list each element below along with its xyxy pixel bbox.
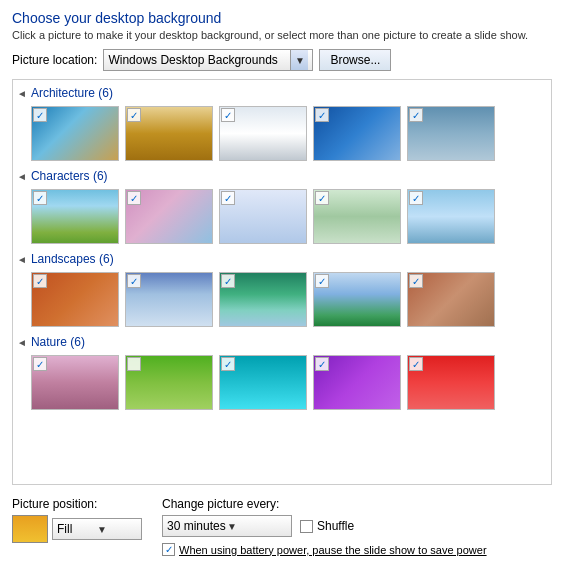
page-title: Choose your desktop background (12, 10, 552, 26)
interval-dropdown-value: 30 minutes (167, 519, 227, 533)
thumbnail-checkbox-land3[interactable]: ✓ (221, 274, 235, 288)
thumbnail-char2[interactable]: ✓ (125, 189, 213, 244)
thumbnail-checkbox-char4[interactable]: ✓ (315, 191, 329, 205)
thumbnail-checkbox-char1[interactable]: ✓ (33, 191, 47, 205)
battery-label: When using battery power, pause the slid… (179, 544, 487, 556)
picture-location-row: Picture location: Windows Desktop Backgr… (12, 49, 552, 71)
category-arrow-icon: ◄ (17, 254, 27, 265)
change-picture-section: Change picture every: 30 minutes ▼ Shuff… (162, 497, 487, 556)
category-label: Landscapes (6) (31, 252, 114, 266)
thumbnail-char3[interactable]: ✓ (219, 189, 307, 244)
category-label: Architecture (6) (31, 86, 113, 100)
thumbnails-row-landscapes: ✓✓✓✓✓ (17, 272, 547, 327)
dropdown-arrow-icon: ▼ (290, 50, 308, 70)
category-arrow-icon: ◄ (17, 171, 27, 182)
thumbnail-checkbox-char3[interactable]: ✓ (221, 191, 235, 205)
thumbnail-char5[interactable]: ✓ (407, 189, 495, 244)
category-header-characters[interactable]: ◄Characters (6) (17, 167, 547, 185)
thumbnail-checkbox-nat3[interactable]: ✓ (221, 357, 235, 371)
thumbnail-nat3[interactable]: ✓ (219, 355, 307, 410)
thumbnail-char1[interactable]: ✓ (31, 189, 119, 244)
category-header-architecture[interactable]: ◄Architecture (6) (17, 84, 547, 102)
position-selector: Fill ▼ (12, 515, 142, 543)
thumbnails-row-architecture: ✓✓✓✓✓ (17, 106, 547, 161)
thumbnail-checkbox-land5[interactable]: ✓ (409, 274, 423, 288)
thumbnails-row-nature: ✓✓✓✓ (17, 355, 547, 410)
thumbnails-row-characters: ✓✓✓✓✓ (17, 189, 547, 244)
thumbnail-checkbox-nat4[interactable]: ✓ (315, 357, 329, 371)
thumbnail-arch2[interactable]: ✓ (125, 106, 213, 161)
thumbnail-checkbox-nat2[interactable] (127, 357, 141, 371)
thumbnail-checkbox-nat5[interactable]: ✓ (409, 357, 423, 371)
category-arrow-icon: ◄ (17, 337, 27, 348)
thumbnail-checkbox-nat1[interactable]: ✓ (33, 357, 47, 371)
shuffle-row: Shuffle (300, 519, 354, 533)
thumbnail-land3[interactable]: ✓ (219, 272, 307, 327)
category-arrow-icon: ◄ (17, 88, 27, 99)
category-section-architecture: ◄Architecture (6)✓✓✓✓✓ (17, 84, 547, 161)
change-row: 30 minutes ▼ Shuffle (162, 515, 487, 537)
thumbnail-char4[interactable]: ✓ (313, 189, 401, 244)
category-header-nature[interactable]: ◄Nature (6) (17, 333, 547, 351)
thumbnail-checkbox-char2[interactable]: ✓ (127, 191, 141, 205)
thumbnail-arch4[interactable]: ✓ (313, 106, 401, 161)
thumbnail-checkbox-land2[interactable]: ✓ (127, 274, 141, 288)
bottom-bar: Picture position: Fill ▼ Change picture … (12, 493, 552, 556)
category-section-landscapes: ◄Landscapes (6)✓✓✓✓✓ (17, 250, 547, 327)
battery-row: ✓ When using battery power, pause the sl… (162, 543, 487, 556)
position-dropdown-value: Fill (57, 522, 97, 536)
thumbnail-land5[interactable]: ✓ (407, 272, 495, 327)
thumbnail-nat4[interactable]: ✓ (313, 355, 401, 410)
shuffle-checkbox[interactable] (300, 520, 313, 533)
background-scroll-area[interactable]: ◄Architecture (6)✓✓✓✓✓◄Characters (6)✓✓✓… (12, 79, 552, 485)
thumbnail-checkbox-land4[interactable]: ✓ (315, 274, 329, 288)
picture-location-dropdown[interactable]: Windows Desktop Backgrounds ▼ (103, 49, 313, 71)
picture-position-label: Picture position: (12, 497, 142, 511)
position-dropdown-arrow-icon: ▼ (97, 524, 137, 535)
interval-dropdown[interactable]: 30 minutes ▼ (162, 515, 292, 537)
main-container: Choose your desktop background Click a p… (0, 0, 564, 566)
shuffle-label: Shuffle (317, 519, 354, 533)
position-dropdown[interactable]: Fill ▼ (52, 518, 142, 540)
thumbnail-nat2[interactable] (125, 355, 213, 410)
thumbnail-nat1[interactable]: ✓ (31, 355, 119, 410)
picture-location-value: Windows Desktop Backgrounds (108, 53, 286, 67)
category-section-nature: ◄Nature (6)✓✓✓✓ (17, 333, 547, 410)
thumbnail-checkbox-arch2[interactable]: ✓ (127, 108, 141, 122)
picture-position-section: Picture position: Fill ▼ (12, 497, 142, 543)
category-header-landscapes[interactable]: ◄Landscapes (6) (17, 250, 547, 268)
position-preview-thumbnail (12, 515, 48, 543)
thumbnail-checkbox-arch1[interactable]: ✓ (33, 108, 47, 122)
thumbnail-checkbox-land1[interactable]: ✓ (33, 274, 47, 288)
thumbnail-arch3[interactable]: ✓ (219, 106, 307, 161)
change-picture-label: Change picture every: (162, 497, 487, 511)
thumbnail-arch1[interactable]: ✓ (31, 106, 119, 161)
category-label: Characters (6) (31, 169, 108, 183)
picture-location-label: Picture location: (12, 53, 97, 67)
thumbnail-arch5[interactable]: ✓ (407, 106, 495, 161)
thumbnail-checkbox-arch3[interactable]: ✓ (221, 108, 235, 122)
battery-checkbox[interactable]: ✓ (162, 543, 175, 556)
category-label: Nature (6) (31, 335, 85, 349)
thumbnail-land4[interactable]: ✓ (313, 272, 401, 327)
thumbnail-land2[interactable]: ✓ (125, 272, 213, 327)
category-section-characters: ◄Characters (6)✓✓✓✓✓ (17, 167, 547, 244)
thumbnail-nat5[interactable]: ✓ (407, 355, 495, 410)
browse-button[interactable]: Browse... (319, 49, 391, 71)
interval-dropdown-arrow-icon: ▼ (227, 521, 287, 532)
subtitle: Click a picture to make it your desktop … (12, 29, 552, 41)
thumbnail-checkbox-char5[interactable]: ✓ (409, 191, 423, 205)
thumbnail-land1[interactable]: ✓ (31, 272, 119, 327)
thumbnail-checkbox-arch5[interactable]: ✓ (409, 108, 423, 122)
thumbnail-checkbox-arch4[interactable]: ✓ (315, 108, 329, 122)
